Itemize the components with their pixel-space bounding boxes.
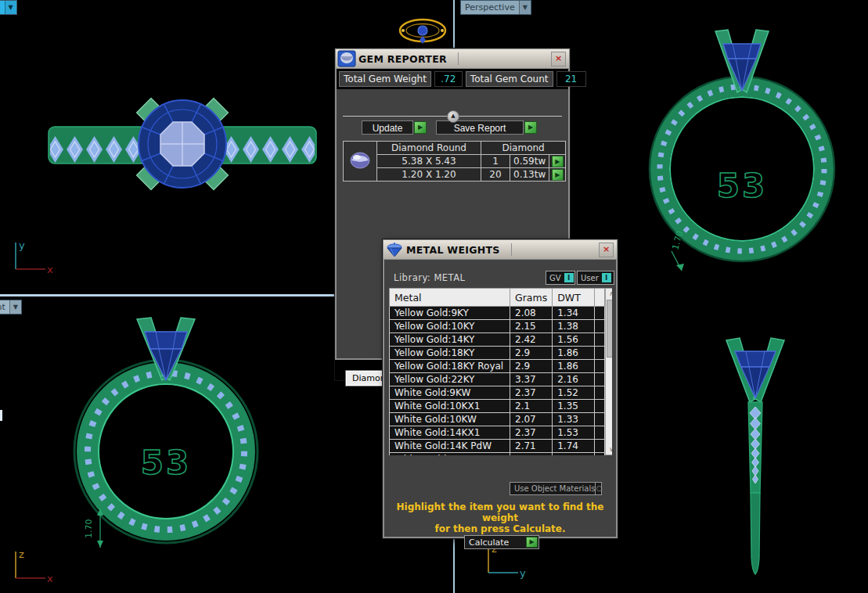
instruction-text: Highlight the item you want to find the … bbox=[384, 502, 616, 534]
titlebar-separator bbox=[458, 52, 459, 65]
total-gem-count-label: Total Gem Count bbox=[466, 71, 553, 87]
scrollbar-thumb[interactable] bbox=[607, 300, 612, 358]
application-window: Top ▼ bbox=[0, 0, 868, 593]
ring-model-front-view[interactable]: 53 1.70 bbox=[43, 313, 294, 593]
user-library-button[interactable]: User I bbox=[577, 271, 614, 285]
metal-header-row: Metal Grams DWT bbox=[390, 289, 605, 307]
ring-model-selected-top-view[interactable] bbox=[396, 16, 449, 45]
metal-weights-dialog: METAL WEIGHTS × Library: METAL GV I User… bbox=[383, 239, 618, 538]
save-report-go-button[interactable]: ▶ bbox=[524, 121, 537, 134]
gem-reporter-icon bbox=[337, 50, 356, 67]
close-icon[interactable]: × bbox=[551, 52, 566, 66]
gem-weight-cell[interactable]: 0.13tw bbox=[510, 168, 549, 181]
dialog-title: GEM REPORTER bbox=[358, 53, 447, 65]
gem-row[interactable]: 1.20 X 1.20 20 0.13tw ▶ bbox=[344, 168, 566, 181]
radio-circle-icon[interactable]: ○ bbox=[595, 483, 602, 494]
ring-model-perspective-view[interactable]: 53 1.70 bbox=[626, 22, 865, 295]
viewport-perspective-dropdown[interactable]: Perspective ▼ bbox=[460, 0, 531, 15]
gem-count-cell[interactable]: 20 bbox=[481, 168, 510, 181]
metal-row-partial[interactable]: White Gold:14KW 2.4 1.5 bbox=[390, 453, 605, 456]
update-go-button[interactable]: ▶ bbox=[414, 121, 427, 134]
metal-row[interactable]: White Gold:14KX1 2.37 1.53 bbox=[390, 426, 605, 440]
library-label: Library: METAL bbox=[394, 272, 466, 283]
metal-row[interactable]: Yellow Gold:10KY 2.15 1.38 bbox=[390, 320, 605, 333]
ring-model-side-view[interactable] bbox=[708, 332, 810, 591]
ring-model-top-view[interactable] bbox=[45, 95, 321, 191]
gem-weight-cell[interactable]: 0.59tw bbox=[510, 155, 549, 168]
gem-thumbnail-cell bbox=[344, 142, 377, 181]
metal-row[interactable]: Yellow Gold:9KY 2.08 1.34 bbox=[390, 307, 605, 320]
metal-row[interactable]: White Gold:10KX1 2.1 1.35 bbox=[390, 400, 605, 413]
metal-table-scrollbar[interactable]: ∧ ∨ bbox=[605, 288, 612, 455]
viewport-top-dropdown[interactable]: Top ▼ bbox=[0, 0, 17, 15]
metal-row[interactable]: White Gold:10KW 2.07 1.33 bbox=[390, 413, 605, 426]
total-gem-count-value: 21 bbox=[556, 71, 586, 87]
dimension-annotation: 1.70 bbox=[670, 230, 685, 271]
metal-row[interactable]: White Gold:14K PdW 2.71 1.74 bbox=[390, 440, 605, 453]
gem-row[interactable]: 5.38 X 5.43 1 0.59tw ▶ bbox=[344, 155, 566, 168]
scroll-up-icon[interactable]: ∧ bbox=[606, 289, 612, 299]
metal-table-wrap: Metal Grams DWT Yellow Gold:9KY 2.08 1.3… bbox=[389, 288, 612, 455]
svg-text:x: x bbox=[47, 573, 53, 584]
ring-size-annotation: 53 bbox=[141, 444, 191, 482]
metal-table: Metal Grams DWT Yellow Gold:9KY 2.08 1.3… bbox=[389, 288, 605, 455]
chevron-down-icon[interactable]: ▼ bbox=[9, 300, 21, 314]
use-object-materials-toggle[interactable]: Use Object Materials ○ bbox=[510, 482, 602, 495]
svg-text:1.70: 1.70 bbox=[670, 230, 685, 251]
viewport-perspective-label: Perspective bbox=[461, 2, 519, 13]
shank-post bbox=[751, 493, 760, 574]
update-button[interactable]: Update bbox=[362, 120, 413, 135]
gem-count-cell[interactable]: 1 bbox=[481, 155, 510, 168]
gem-table: Diamond Round Diamond 5.38 X 5.43 1 0.59… bbox=[343, 141, 566, 181]
metal-weights-icon bbox=[385, 241, 404, 258]
svg-text:1.70: 1.70 bbox=[84, 519, 94, 539]
close-icon[interactable]: × bbox=[599, 243, 614, 257]
viewport-front-label: Front bbox=[0, 302, 9, 312]
dimension-annotation: 1.70 bbox=[84, 509, 103, 548]
chevron-down-icon[interactable]: ▼ bbox=[5, 1, 16, 14]
total-gem-weight-label: Total Gem Weight bbox=[339, 71, 431, 87]
dialog-title: METAL WEIGHTS bbox=[406, 244, 500, 256]
chevron-down-icon[interactable]: ▼ bbox=[519, 1, 531, 14]
metal-row[interactable]: Yellow Gold:14KY 2.42 1.56 bbox=[390, 333, 605, 347]
calculate-button[interactable]: Calculate ▶ bbox=[464, 535, 539, 549]
svg-text:z: z bbox=[19, 548, 24, 560]
gem-totals-strip: Total Gem Weight .72 Total Gem Count 21 bbox=[337, 69, 568, 89]
gv-indicator: I bbox=[564, 273, 574, 282]
gem-col-header: Diamond bbox=[481, 142, 566, 155]
viewport-edge-tick bbox=[0, 410, 2, 421]
save-report-button[interactable]: Save Report bbox=[436, 120, 524, 135]
scroll-down-icon[interactable]: ∨ bbox=[606, 444, 612, 455]
gv-library-button[interactable]: GV I bbox=[546, 271, 575, 285]
titlebar-separator bbox=[511, 243, 512, 256]
axis-gizmo-top: y x bbox=[6, 235, 53, 278]
viewport-front-dropdown[interactable]: Front ▼ bbox=[0, 300, 22, 314]
svg-text:y: y bbox=[19, 239, 25, 251]
gem-table-header-row: Diamond Round Diamond bbox=[344, 142, 566, 155]
collapse-toggle[interactable]: ▲ bbox=[447, 110, 459, 123]
metal-weights-body: Library: METAL GV I User I Metal Grams D… bbox=[383, 260, 618, 538]
gem-size-cell[interactable]: 1.20 X 1.20 bbox=[377, 168, 481, 181]
metal-row[interactable]: Yellow Gold:18KY 2.9 1.86 bbox=[390, 347, 605, 360]
metal-row[interactable]: Yellow Gold:22KY 3.37 2.16 bbox=[390, 373, 605, 386]
user-indicator: I bbox=[602, 273, 611, 282]
calculate-go-icon: ▶ bbox=[526, 537, 538, 548]
gem-row-go-button[interactable]: ▶ bbox=[552, 169, 564, 181]
ring-size-annotation: 53 bbox=[717, 167, 767, 205]
gem-thumbnail-icon bbox=[349, 151, 371, 170]
metal-row[interactable]: White Gold:9KW 2.37 1.52 bbox=[390, 386, 605, 400]
gem-reporter-titlebar[interactable]: GEM REPORTER × bbox=[335, 49, 570, 69]
metal-weights-titlebar[interactable]: METAL WEIGHTS × bbox=[383, 239, 618, 260]
gem-col-header: Diamond Round bbox=[377, 142, 481, 155]
ring-head bbox=[726, 338, 784, 402]
metal-row[interactable]: Yellow Gold:18KY Royal 2.9 1.86 bbox=[390, 360, 605, 373]
svg-text:x: x bbox=[47, 264, 53, 275]
gem-size-cell[interactable]: 5.38 X 5.43 bbox=[377, 155, 481, 168]
gem-row-go-button[interactable]: ▶ bbox=[552, 156, 564, 167]
svg-text:y: y bbox=[520, 567, 526, 579]
axis-gizmo-front: z x bbox=[6, 544, 53, 587]
total-gem-weight-value: .72 bbox=[434, 71, 463, 87]
